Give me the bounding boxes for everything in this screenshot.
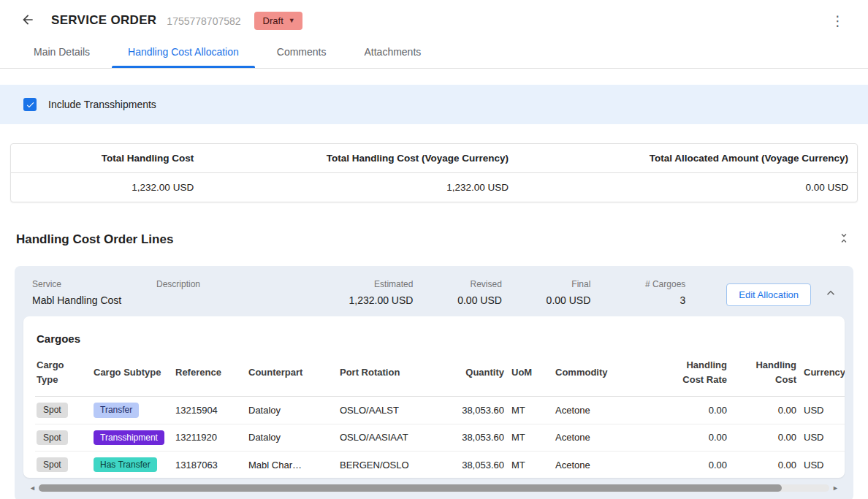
table-row[interactable]: Spot Transshipment 13211920 Dataloy OSLO… — [35, 424, 845, 451]
cell-quantity: 38,053.60 — [441, 397, 510, 424]
cell-handling-cost: 0.00 — [733, 452, 802, 479]
total-handling-cost-voyage-label: Total Handling Cost (Voyage Currency) — [194, 150, 509, 167]
tab-main-details[interactable]: Main Details — [18, 37, 106, 68]
cell-handling-cost-rate: 0.00 — [663, 452, 733, 479]
cell-currency: USD — [802, 452, 845, 479]
cell-commodity: Acetone — [554, 397, 663, 424]
table-header-row: Cargo Type Cargo Subtype Reference Count… — [35, 348, 845, 397]
cell-handling-cost: 0.00 — [733, 397, 802, 424]
cell-cargo-subtype: Has Transfer — [92, 452, 174, 479]
total-allocated-amount-value: 0.00 USD — [509, 179, 848, 196]
table-row[interactable]: Spot Transfer 13215904 Dataloy OSLO/AALS… — [35, 397, 845, 424]
cell-uom: MT — [510, 452, 554, 479]
cell-reference: 13211920 — [174, 424, 247, 451]
total-handling-cost-label: Total Handling Cost — [20, 150, 194, 167]
cell-currency: USD — [802, 424, 845, 451]
col-port-rotation: Port Rotation — [338, 348, 441, 397]
col-currency: Currency — [802, 348, 845, 397]
field-num-cargoes-value: 3 — [590, 294, 685, 306]
cell-counterpart: Mabl Char… — [247, 452, 338, 479]
col-cargo-subtype: Cargo Subtype — [92, 348, 174, 397]
field-service: Service Mabl Handling Cost — [32, 279, 156, 306]
order-line-header: Service Mabl Handling Cost Description E… — [23, 275, 845, 316]
field-revised-label: Revised — [413, 279, 501, 289]
cell-cargo-type: Spot — [35, 424, 92, 451]
cell-port-rotation: OSLO/AALST — [338, 397, 441, 424]
cargo-type-chip: Spot — [37, 457, 68, 472]
cargo-subtype-chip: Transshipment — [94, 430, 164, 445]
cell-commodity: Acetone — [554, 452, 663, 479]
tab-attachments[interactable]: Attachments — [348, 37, 437, 68]
back-arrow-icon — [20, 12, 35, 29]
cell-currency: USD — [802, 397, 845, 424]
cell-cargo-type: Spot — [35, 452, 92, 479]
order-lines-section-title: Handling Cost Order Lines — [16, 232, 173, 247]
field-service-label: Service — [32, 279, 156, 289]
tab-handling-cost-allocation[interactable]: Handling Cost Allocation — [112, 37, 255, 68]
cargoes-table: Cargo Type Cargo Subtype Reference Count… — [35, 348, 845, 478]
scrollbar-track[interactable] — [39, 484, 829, 492]
status-badge-dropdown[interactable]: Draft ▼ — [254, 12, 302, 30]
field-service-value: Mabl Handling Cost — [32, 294, 156, 306]
field-final-label: Final — [502, 279, 590, 289]
field-final-value: 0.00 USD — [502, 294, 590, 306]
cell-reference: 13215904 — [174, 397, 247, 424]
cell-handling-cost: 0.00 — [733, 424, 802, 451]
table-row[interactable]: Spot Has Transfer 13187063 Mabl Char… BE… — [35, 452, 845, 479]
total-handling-cost-value: 1,232.00 USD — [20, 179, 194, 196]
field-estimated: Estimated 1,232.00 USD — [324, 279, 413, 306]
col-uom: UoM — [510, 348, 554, 397]
scroll-left-icon: ◄ — [29, 484, 36, 492]
horizontal-scrollbar: ◄ ► — [26, 484, 842, 492]
field-num-cargoes-label: # Cargoes — [590, 279, 685, 289]
edit-allocation-button[interactable]: Edit Allocation — [726, 283, 811, 306]
col-handling-cost-rate: Handling Cost Rate — [663, 348, 733, 397]
cell-counterpart: Dataloy — [247, 424, 338, 451]
totals-values-row: 1,232.00 USD 1,232.00 USD 0.00 USD — [11, 173, 857, 202]
kebab-menu-button[interactable]: ⋮ — [825, 11, 850, 31]
col-handling-cost: Handling Cost — [733, 348, 802, 397]
order-lines-section-head: Handling Cost Order Lines — [16, 230, 852, 248]
include-transshipments-checkbox[interactable] — [23, 98, 37, 111]
total-allocated-amount-label: Total Allocated Amount (Voyage Currency) — [509, 150, 848, 167]
collapse-line-button[interactable] — [823, 285, 839, 303]
cargoes-title: Cargoes — [35, 328, 845, 348]
cell-quantity: 38,053.60 — [441, 424, 510, 451]
cell-counterpart: Dataloy — [247, 397, 338, 424]
scroll-right-button[interactable]: ► — [829, 484, 842, 492]
field-estimated-label: Estimated — [324, 279, 413, 289]
status-label: Draft — [263, 15, 283, 26]
tab-comments[interactable]: Comments — [261, 37, 343, 68]
cargoes-card: Cargoes Cargo Type Cargo Subtype Referen… — [23, 316, 845, 478]
cargo-subtype-chip: Transfer — [94, 403, 139, 417]
dropdown-caret-icon: ▼ — [289, 17, 295, 24]
scroll-left-button[interactable]: ◄ — [26, 484, 39, 492]
order-number: 1755778707582 — [167, 15, 240, 27]
cell-uom: MT — [510, 397, 554, 424]
col-reference: Reference — [174, 348, 247, 397]
total-handling-cost-voyage-value: 1,232.00 USD — [194, 179, 509, 196]
collapse-all-button[interactable] — [836, 230, 852, 248]
cargoes-table-viewport: Cargo Type Cargo Subtype Reference Count… — [35, 348, 845, 478]
field-revised: Revised 0.00 USD — [413, 279, 501, 306]
cell-quantity: 38,053.60 — [441, 452, 510, 479]
cell-uom: MT — [510, 424, 554, 451]
page-title: SERVICE ORDER — [51, 13, 156, 28]
col-cargo-type: Cargo Type — [35, 348, 92, 397]
check-icon — [26, 100, 35, 110]
col-quantity: Quantity — [441, 348, 510, 397]
cell-cargo-type: Spot — [35, 397, 92, 424]
chevron-up-icon — [824, 286, 837, 302]
unfold-less-icon — [837, 232, 850, 247]
cell-cargo-subtype: Transshipment — [92, 424, 174, 451]
totals-card: Total Handling Cost Total Handling Cost … — [10, 143, 858, 202]
title-row: SERVICE ORDER 1755778707582 Draft ▼ ⋮ — [0, 0, 868, 37]
tab-bar: Main Details Handling Cost Allocation Co… — [0, 37, 868, 68]
col-commodity: Commodity — [554, 348, 663, 397]
cell-cargo-subtype: Transfer — [92, 397, 174, 424]
scrollbar-thumb[interactable] — [39, 484, 782, 492]
cargo-type-chip: Spot — [37, 403, 68, 417]
back-button[interactable] — [18, 10, 38, 31]
cell-port-rotation: OSLO/AASIAAT — [338, 424, 441, 451]
cell-port-rotation: BERGEN/OSLO — [338, 452, 441, 479]
